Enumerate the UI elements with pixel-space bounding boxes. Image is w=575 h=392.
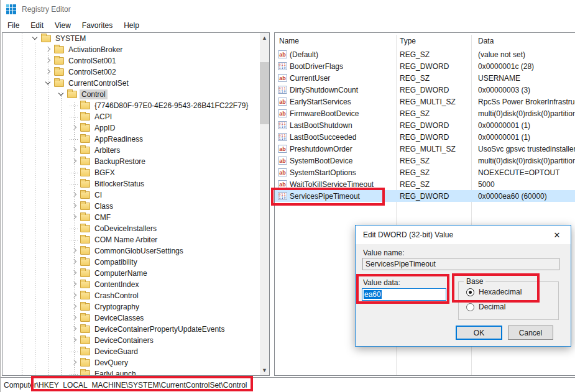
value-row-lastbootsucceeded[interactable]: 011110LastBootSucceededREG_DWORD0x000000…	[275, 131, 575, 143]
menu-favorites[interactable]: Favorites	[76, 20, 118, 31]
menu-edit[interactable]: Edit	[25, 20, 49, 31]
chevron-right-icon[interactable]	[70, 335, 80, 345]
scrollbar-thumb[interactable]	[260, 62, 269, 124]
tree-item-devquery[interactable]: DevQuery	[2, 357, 260, 368]
tree-item-control[interactable]: Control	[2, 89, 260, 100]
tree-item-earlylaunch[interactable]: EarlyLaunch	[2, 368, 260, 375]
leaf-stub	[70, 224, 80, 234]
tree-item-cmf[interactable]: CMF	[2, 212, 260, 223]
chevron-right-icon[interactable]	[44, 56, 54, 66]
chevron-down-icon[interactable]	[44, 78, 54, 88]
tree-item-label: ControlSet001	[67, 56, 118, 66]
chevron-right-icon[interactable]	[70, 358, 80, 368]
menu-help[interactable]: Help	[118, 20, 145, 31]
value-row-dirtyshutdowncount[interactable]: 011110DirtyShutdownCountREG_DWORD0x00000…	[275, 84, 575, 96]
value-type: REG_DWORD	[396, 133, 471, 142]
tree-item-acpi[interactable]: ACPI	[2, 111, 260, 122]
tree-item-compatibility[interactable]: Compatibility	[2, 257, 260, 268]
tree-item-deviceguard[interactable]: DeviceGuard	[2, 346, 260, 357]
tree-item-class[interactable]: Class	[2, 201, 260, 212]
tree-item-devicecontainerpropertyupdateevents[interactable]: DeviceContainerPropertyUpdateEvents	[2, 324, 260, 335]
menu-file[interactable]: File	[2, 20, 25, 31]
tree-vertical-scrollbar[interactable]: ▲ ▼	[260, 33, 269, 375]
value-row-bootdriverflags[interactable]: 011110BootDriverFlagsREG_DWORD0x0000001c…	[275, 60, 575, 72]
chevron-right-icon[interactable]	[70, 201, 80, 211]
tree-item-codeviceinstallers[interactable]: CoDeviceInstallers	[2, 223, 260, 234]
tree-item--7746d80f-97e0-4e26-9543-26b41fc22f79-[interactable]: {7746D80F-97E0-4E26-9543-26B41FC22F79}	[2, 100, 260, 111]
value-row-lastbootshutdown[interactable]: 011110LastBootShutdownREG_DWORD0x0000000…	[275, 119, 575, 131]
chevron-right-icon[interactable]	[70, 145, 80, 155]
tree-item-appid[interactable]: AppID	[2, 122, 260, 134]
value-row-earlystartservices[interactable]: abEarlyStartServicesREG_MULTI_SZRpcSs Po…	[275, 96, 575, 107]
chevron-right-icon[interactable]	[70, 212, 80, 222]
chevron-down-icon[interactable]	[30, 34, 41, 43]
chevron-right-icon[interactable]	[70, 246, 80, 256]
tree-item-bitlockerstatus[interactable]: BitlockerStatus	[2, 178, 260, 189]
tree-item-bgfx[interactable]: BGFX	[2, 167, 260, 178]
decimal-radio-row[interactable]: Decimal	[466, 303, 505, 311]
tree-item-com-name-arbiter[interactable]: COM Name Arbiter	[2, 234, 260, 245]
close-icon[interactable]: ✕	[543, 226, 571, 244]
tree-item-ci[interactable]: CI	[2, 189, 260, 201]
tree-item-cryptography[interactable]: Cryptography	[2, 301, 260, 312]
column-header-type[interactable]: Type	[396, 37, 471, 45]
tree-item-computername[interactable]: ComputerName	[2, 268, 260, 279]
value-row-currentuser[interactable]: abCurrentUserREG_SZUSERNAME	[275, 72, 575, 84]
tree-item-commonglobusersettings[interactable]: CommonGlobUserSettings	[2, 245, 260, 257]
chevron-right-icon[interactable]	[70, 291, 80, 301]
chevron-right-icon[interactable]	[70, 268, 80, 278]
cancel-button[interactable]: Cancel	[508, 326, 553, 340]
tree-item-activationbroker[interactable]: ActivationBroker	[2, 44, 260, 55]
tree-item-label: AppID	[93, 123, 117, 133]
folder-icon	[80, 337, 90, 344]
chevron-right-icon[interactable]	[70, 123, 80, 133]
tree-item-label: BitlockerStatus	[93, 179, 146, 189]
chevron-right-icon[interactable]	[70, 324, 80, 334]
chevron-right-icon[interactable]	[70, 190, 80, 200]
chevron-down-icon[interactable]	[57, 89, 67, 99]
tree-item-label: Class	[93, 201, 115, 211]
value-row-systemstartoptions[interactable]: abSystemStartOptionsREG_SZ NOEXECUTE=OPT…	[275, 166, 575, 178]
tree-item-crashcontrol[interactable]: CrashControl	[2, 290, 260, 301]
annotation-box-servicespipetimeout	[271, 188, 385, 206]
tree-item-deviceclasses[interactable]: DeviceClasses	[2, 312, 260, 324]
tree-item-controlset002[interactable]: ControlSet002	[2, 66, 260, 78]
chevron-right-icon[interactable]	[70, 302, 80, 312]
list-header: Name Type Data	[275, 33, 575, 48]
chevron-right-icon[interactable]	[44, 45, 54, 55]
tree-item-label: BackupRestore	[93, 157, 147, 166]
chevron-right-icon[interactable]	[70, 257, 80, 267]
tree-item-controlset001[interactable]: ControlSet001	[2, 55, 260, 66]
tree-item-appreadiness[interactable]: AppReadiness	[2, 134, 260, 145]
column-header-name[interactable]: Name	[275, 37, 396, 45]
value-type: REG_DWORD	[396, 192, 471, 201]
window-title: Registry Editor	[22, 5, 71, 14]
value-row-systembootdevice[interactable]: abSystemBootDeviceREG_SZmulti(0)disk(0)r…	[275, 155, 575, 166]
tree-item-currentcontrolset[interactable]: CurrentControlSet	[2, 78, 260, 89]
chevron-right-icon[interactable]	[70, 157, 80, 166]
tree-item-devicecontainers[interactable]: DeviceContainers	[2, 335, 260, 346]
tree-item-label: CMF	[93, 212, 113, 222]
value-data: multi(0)disk(0)rdisk(0)partition	[471, 109, 575, 118]
tree-item-backuprestore[interactable]: BackupRestore	[2, 156, 260, 167]
folder-icon	[80, 314, 90, 322]
chevron-right-icon[interactable]	[70, 313, 80, 323]
tree-item-arbiters[interactable]: Arbiters	[2, 145, 260, 156]
decimal-radio-button[interactable]	[466, 303, 474, 311]
chevron-right-icon[interactable]	[44, 67, 54, 77]
chevron-right-icon[interactable]	[70, 280, 80, 289]
leaf-stub	[70, 168, 80, 178]
tree-item-contentindex[interactable]: ContentIndex	[2, 279, 260, 290]
value-row-preshutdownorder[interactable]: abPreshutdownOrderREG_MULTI_SZUsoSvc gps…	[275, 143, 575, 155]
value-row--default-[interactable]: ab(Default)REG_SZ(value not set)	[275, 48, 575, 60]
column-header-data[interactable]: Data	[471, 37, 575, 45]
value-type: REG_DWORD	[396, 121, 471, 130]
tree-item-label: DevQuery	[93, 358, 130, 368]
tree-item-system[interactable]: SYSTEM	[2, 33, 260, 44]
menu-view[interactable]: View	[49, 20, 76, 31]
value-row-firmwarebootdevice[interactable]: abFirmwareBootDeviceREG_SZmulti(0)disk(0…	[275, 107, 575, 119]
scroll-up-icon[interactable]: ▲	[260, 33, 269, 43]
value-type: REG_SZ	[396, 180, 471, 189]
ok-button[interactable]: OK	[456, 326, 502, 340]
scroll-down-icon[interactable]: ▼	[260, 365, 269, 375]
